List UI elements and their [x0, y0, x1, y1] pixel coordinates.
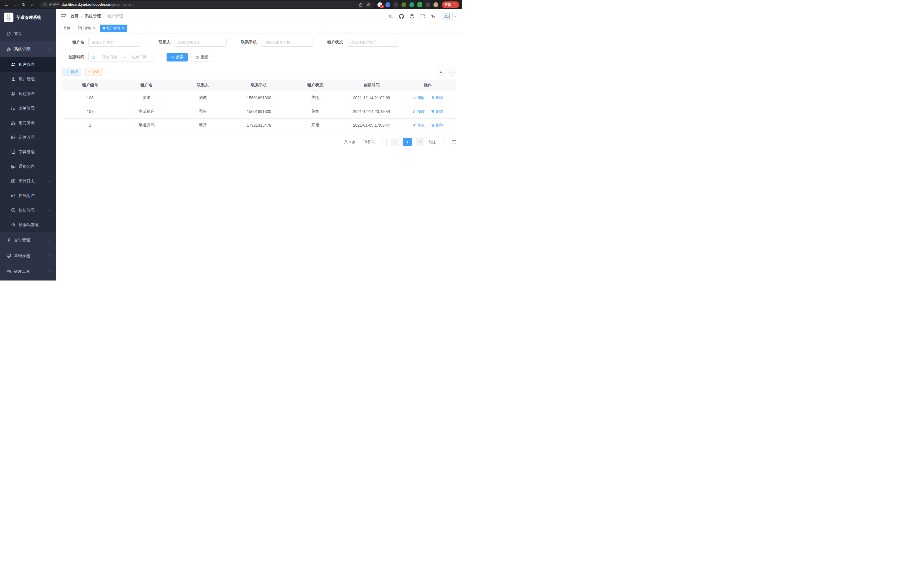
sidebar-item-payment[interactable]: 支付管理: [0, 232, 56, 248]
reset-button[interactable]: 重置: [191, 53, 212, 62]
breadcrumb-system[interactable]: 系统管理: [85, 14, 101, 19]
sidebar-item-sms[interactable]: 短信管理: [0, 203, 56, 218]
sidebar-item-dept[interactable]: 部门管理: [0, 116, 56, 130]
breadcrumb-home[interactable]: 首页: [70, 14, 79, 19]
user-avatar-menu[interactable]: [441, 12, 458, 21]
tab-home[interactable]: 首页: [61, 25, 73, 32]
tab-tenant[interactable]: 租户管理 ×: [100, 25, 127, 32]
sidebar-item-user[interactable]: 用户管理: [0, 72, 56, 86]
page-size-select[interactable]: 10条/页: [360, 138, 387, 146]
tenant-name-input[interactable]: [88, 38, 140, 47]
search-icon[interactable]: [388, 14, 393, 19]
bookmark-star-icon[interactable]: [366, 3, 370, 7]
sidebar-item-audit-log[interactable]: 审计日志: [0, 174, 56, 188]
github-icon[interactable]: [399, 14, 404, 19]
chrome-update-button[interactable]: 更新 ⋮: [442, 2, 459, 8]
extension-icon[interactable]: [417, 2, 422, 7]
close-icon[interactable]: ×: [93, 26, 95, 30]
sidebar: 芋道管理系统 首页 系统管理 租户管理 用户管理: [0, 9, 56, 281]
delete-link[interactable]: 删除: [431, 123, 443, 128]
font-size-icon[interactable]: [430, 14, 436, 19]
goto-page: 前往 页: [428, 138, 456, 146]
delete-link[interactable]: 删除: [431, 95, 443, 100]
extension-icon[interactable]: [393, 2, 398, 7]
sidebar-item-tenant[interactable]: 租户管理: [0, 57, 56, 72]
contact-input[interactable]: [175, 38, 226, 47]
collapse-sidebar-icon[interactable]: [61, 14, 66, 19]
sidebar-item-role[interactable]: 角色管理: [0, 86, 56, 101]
sidebar-logo[interactable]: 芋道管理系统: [0, 9, 56, 26]
extension-icon[interactable]: [401, 2, 406, 7]
log-icon: [11, 179, 16, 183]
sidebar-item-label: 基础设施: [14, 253, 45, 259]
back-icon[interactable]: ←: [3, 1, 10, 8]
sidebar-item-notice[interactable]: 通知公告: [0, 159, 56, 174]
sidebar-item-error-code[interactable]: 错误码管理: [0, 218, 56, 232]
tab-dept[interactable]: 部门管理 ×: [75, 25, 98, 32]
add-button-label: 新增: [70, 69, 78, 74]
search-button[interactable]: 搜索: [166, 53, 188, 62]
help-icon[interactable]: [410, 14, 415, 19]
add-button[interactable]: 新增: [62, 68, 81, 75]
date-range-picker[interactable]: 开始日期 - 结束日期: [88, 53, 155, 62]
share-icon[interactable]: [358, 3, 363, 7]
chevron-left-icon: [393, 140, 397, 144]
chevron-right-icon: [418, 140, 422, 144]
prev-page-button[interactable]: [391, 138, 399, 146]
create-time-label: 创建时间: [62, 55, 84, 60]
cell-actions: 修改 删除: [400, 118, 456, 132]
tags-view: 首页 部门管理 × 租户管理 ×: [56, 23, 462, 33]
reload-icon[interactable]: ↻: [20, 1, 27, 8]
delete-link[interactable]: 删除: [431, 109, 443, 114]
profile-avatar[interactable]: [434, 2, 438, 7]
sidebar-item-online-user[interactable]: 在线用户: [0, 188, 56, 203]
navbar-actions: [388, 12, 458, 21]
sidebar-item-devtools[interactable]: 研发工具: [0, 264, 56, 279]
edit-link[interactable]: 修改: [412, 95, 425, 100]
extension-icon[interactable]: [386, 2, 390, 7]
sidebar-item-post[interactable]: 岗位管理: [0, 130, 56, 145]
refresh-table-button[interactable]: [448, 68, 456, 76]
goto-page-input[interactable]: [438, 138, 450, 146]
extension-icon[interactable]: [410, 2, 414, 7]
col-status: 租户状态: [287, 80, 344, 91]
page-number-button[interactable]: 1: [403, 138, 412, 146]
sidebar-item-label: 审计日志: [19, 179, 45, 184]
refresh-icon: [195, 56, 199, 59]
extension-icon[interactable]: 10: [377, 2, 382, 7]
cell-id: 107: [62, 105, 118, 118]
sidebar-item-label: 租户管理: [19, 62, 51, 67]
close-icon[interactable]: ×: [122, 26, 124, 30]
download-icon: [87, 70, 91, 74]
date-start-placeholder: 开始日期: [96, 55, 123, 60]
status-select[interactable]: 请选择租户状态: [347, 38, 399, 47]
cell-phone: 15601691300: [231, 91, 287, 105]
sidebar-item-label: 支付管理: [14, 238, 45, 243]
filter-create-time: 创建时间 开始日期 - 结束日期: [62, 53, 155, 62]
sidebar-item-menu[interactable]: 菜单管理: [0, 101, 56, 116]
sidebar-item-dict[interactable]: 字典管理: [0, 145, 56, 159]
table-row: 107 测试租户 秃头 15601691300 关闭 2021-12-14 20…: [62, 105, 456, 118]
hide-search-button[interactable]: [437, 68, 445, 76]
forward-icon[interactable]: →: [11, 1, 19, 8]
pagination: 共 3 条 10条/页 1 前往 页: [62, 138, 456, 146]
phone-input[interactable]: [261, 38, 313, 47]
sidebar-item-label: 在线用户: [19, 193, 51, 199]
edit-link[interactable]: 修改: [412, 109, 425, 114]
export-button[interactable]: 导出: [84, 68, 103, 75]
next-page-button[interactable]: [416, 138, 424, 146]
cell-status: 关闭: [287, 105, 344, 118]
cell-created: 2021-01-05 17:03:47: [344, 118, 400, 132]
puzzle-extensions-icon[interactable]: [425, 2, 430, 7]
address-bar[interactable]: 不安全 dashboard.yudao.iocoder.cn/system/te…: [39, 1, 374, 8]
sidebar-item-system[interactable]: 系统管理: [0, 41, 56, 57]
edit-link[interactable]: 修改: [412, 123, 425, 128]
sidebar-item-infra[interactable]: 基础设施: [0, 248, 56, 264]
browser-home-icon[interactable]: ⌂: [28, 1, 36, 8]
kebab-menu-icon[interactable]: ⋮: [453, 3, 457, 7]
fullscreen-icon[interactable]: [420, 14, 425, 19]
sidebar-item-home[interactable]: 首页: [0, 26, 56, 41]
cell-status: 开启: [287, 118, 344, 132]
gear-icon: [6, 47, 11, 52]
cell-contact: 测试: [175, 91, 231, 105]
